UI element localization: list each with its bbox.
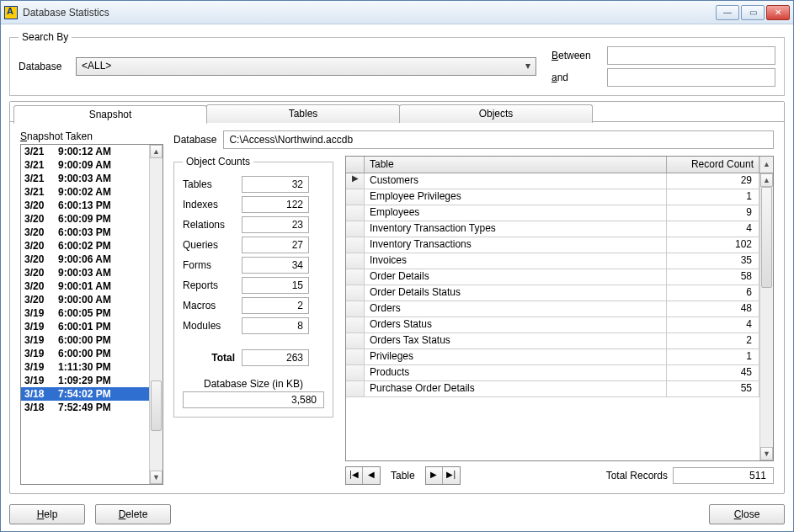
table-row[interactable]: Employee Privileges1	[346, 189, 759, 205]
window-title: Database Statistics	[23, 7, 716, 19]
table-row[interactable]: Order Details Status6	[346, 285, 759, 301]
nav-prev-button[interactable]: ◀	[363, 467, 380, 484]
table-grid[interactable]: Table Record Count ▲ ▶Customers29Employe…	[345, 156, 774, 461]
database-label: Database	[19, 61, 69, 72]
scroll-up-icon[interactable]: ▲	[150, 145, 163, 158]
snapshot-row[interactable]: 3/206:00:13 PM	[21, 199, 149, 212]
count-label: Forms	[183, 259, 242, 271]
search-by-legend: Search By	[19, 31, 72, 43]
nav-next-button[interactable]: ▶	[426, 467, 443, 484]
table-row[interactable]: Orders Status4	[346, 317, 759, 333]
grid-col-table[interactable]: Table	[365, 157, 667, 173]
scroll-thumb[interactable]	[151, 380, 162, 431]
close-button[interactable]: Close	[709, 504, 785, 524]
total-label: Total	[183, 352, 242, 364]
count-value	[242, 297, 309, 314]
table-row[interactable]: Purchase Order Details55	[346, 381, 759, 397]
total-value	[242, 349, 309, 366]
record-nav: |◀ ◀	[345, 466, 381, 485]
grid-col-count[interactable]: Record Count	[667, 157, 759, 173]
table-row[interactable]: Inventory Transaction Types4	[346, 221, 759, 237]
total-records-label: Total Records	[606, 470, 668, 481]
database-path-label: Database	[173, 134, 216, 146]
count-value	[242, 317, 309, 334]
count-label: Queries	[183, 239, 242, 251]
nav-last-button[interactable]: ▶|	[443, 467, 460, 484]
snapshot-row[interactable]: 3/206:00:02 PM	[21, 239, 149, 253]
search-by-group: Search By Database <ALL> Between and	[9, 31, 785, 96]
snapshot-row[interactable]: 3/209:00:06 AM	[21, 253, 149, 266]
table-row[interactable]: ▶Customers29	[346, 173, 759, 189]
grid-row-header	[346, 157, 365, 173]
tab-tables[interactable]: Tables	[206, 104, 400, 123]
dbsize-label: Database Size (in KB)	[183, 378, 324, 390]
count-label: Macros	[183, 300, 242, 311]
grid-scrollbar[interactable]: ▲ ▼	[759, 173, 773, 460]
app-icon	[4, 6, 18, 19]
table-row[interactable]: Products45	[346, 365, 759, 381]
snapshot-row[interactable]: 3/209:00:01 AM	[21, 279, 149, 293]
dbsize-value	[183, 391, 324, 408]
snapshot-row[interactable]: 3/206:00:03 PM	[21, 226, 149, 239]
database-select[interactable]: <ALL>	[76, 57, 536, 76]
grid-scroll-down[interactable]: ▼	[760, 447, 773, 460]
and-label: and	[552, 72, 602, 83]
snapshot-row[interactable]: 3/206:00:09 PM	[21, 212, 149, 226]
delete-button[interactable]: Delete	[95, 504, 171, 524]
and-input[interactable]	[607, 68, 775, 87]
snapshot-row[interactable]: 3/191:09:29 PM	[21, 374, 149, 387]
table-row[interactable]: Inventory Transactions102	[346, 237, 759, 253]
snapshot-row[interactable]: 3/196:00:00 PM	[21, 347, 149, 360]
table-row[interactable]: Privileges1	[346, 349, 759, 365]
snapshot-row[interactable]: 3/196:00:01 PM	[21, 320, 149, 333]
object-counts-legend: Object Counts	[183, 156, 253, 168]
between-input[interactable]	[607, 46, 775, 65]
snapshot-row[interactable]: 3/191:11:30 PM	[21, 360, 149, 374]
snapshot-row[interactable]: 3/187:52:49 PM	[21, 401, 149, 414]
count-value	[242, 216, 309, 233]
between-label: Between	[552, 50, 602, 61]
table-row[interactable]: Orders48	[346, 301, 759, 317]
window: Database Statistics — ▭ ✕ Search By Data…	[0, 0, 794, 532]
count-label: Tables	[183, 178, 242, 190]
snapshot-row[interactable]: 3/219:00:02 AM	[21, 185, 149, 199]
snapshot-row[interactable]: 3/219:00:12 AM	[21, 145, 149, 158]
database-path-input[interactable]	[223, 130, 774, 149]
table-row[interactable]: Invoices35	[346, 253, 759, 269]
snapshot-list[interactable]: 3/219:00:12 AM3/219:00:09 AM3/219:00:03 …	[20, 144, 163, 485]
snapshot-row[interactable]: 3/219:00:03 AM	[21, 172, 149, 185]
object-counts-group: Object Counts TablesIndexesRelationsQuer…	[173, 156, 333, 418]
close-window-button[interactable]: ✕	[766, 5, 790, 20]
titlebar[interactable]: Database Statistics — ▭ ✕	[1, 1, 793, 24]
table-row[interactable]: Employees9	[346, 205, 759, 221]
snapshot-row[interactable]: 3/196:00:00 PM	[21, 333, 149, 347]
scroll-down-icon[interactable]: ▼	[150, 471, 163, 484]
snapshot-row[interactable]: 3/209:00:03 AM	[21, 266, 149, 279]
count-value	[242, 237, 309, 253]
minimize-button[interactable]: —	[716, 5, 739, 20]
grid-scroll-thumb[interactable]	[761, 187, 772, 288]
count-label: Reports	[183, 279, 242, 291]
table-row[interactable]: Order Details58	[346, 269, 759, 285]
nav-label: Table	[386, 470, 420, 481]
snapshot-row[interactable]: 3/219:00:09 AM	[21, 158, 149, 172]
maximize-button[interactable]: ▭	[741, 5, 765, 20]
help-button[interactable]: Help	[9, 504, 85, 524]
grid-scroll-up[interactable]: ▲	[760, 173, 773, 187]
table-row[interactable]: Orders Tax Status2	[346, 333, 759, 349]
grid-scroll-up-icon[interactable]: ▲	[759, 157, 773, 173]
tab-snapshot[interactable]: Snapshot	[13, 105, 207, 124]
count-label: Indexes	[183, 199, 242, 210]
count-label: Modules	[183, 320, 242, 332]
snapshot-row[interactable]: 3/196:00:05 PM	[21, 306, 149, 320]
snapshot-row[interactable]: 3/209:00:00 AM	[21, 293, 149, 306]
count-value	[242, 196, 309, 213]
snapshot-scrollbar[interactable]: ▲ ▼	[149, 145, 163, 484]
total-records-value	[673, 467, 774, 484]
count-value	[242, 257, 309, 274]
count-value	[242, 176, 309, 193]
nav-first-button[interactable]: |◀	[346, 467, 363, 484]
tab-objects[interactable]: Objects	[399, 104, 593, 123]
snapshot-row[interactable]: 3/187:54:02 PM	[21, 387, 149, 401]
count-value	[242, 277, 309, 294]
